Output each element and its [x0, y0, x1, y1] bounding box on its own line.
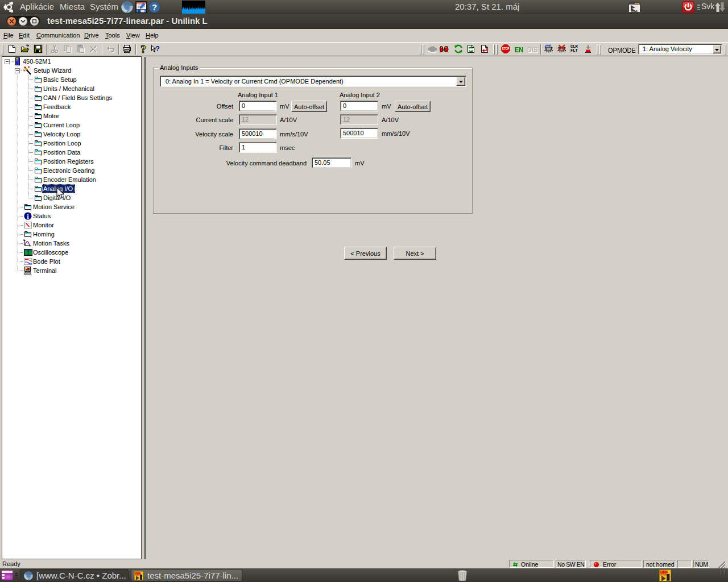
svg-text:?: ?: [140, 44, 146, 53]
svg-text:?: ?: [155, 44, 160, 53]
svg-text:UNK: UNK: [135, 572, 142, 575]
svg-text:STOP: STOP: [502, 47, 510, 51]
svg-text:?: ?: [152, 2, 157, 12]
svg-text:UNK: UNK: [660, 570, 668, 574]
